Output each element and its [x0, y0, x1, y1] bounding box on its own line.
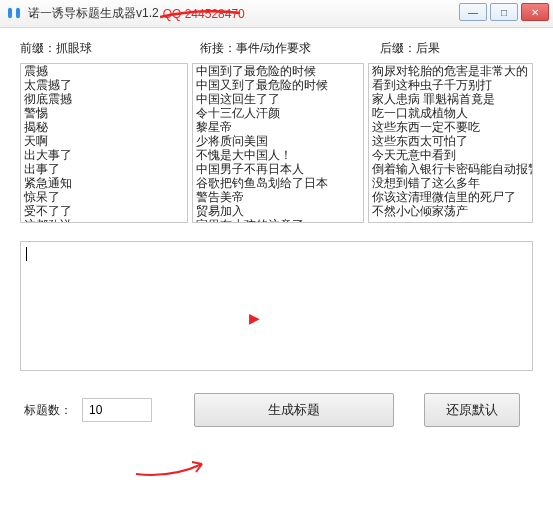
bottom-row: 标题数： 生成标题 还原默认	[20, 393, 533, 427]
list-item[interactable]: 这些东西一定不要吃	[369, 120, 532, 134]
list-item[interactable]: 彻底震撼	[21, 92, 187, 106]
list-item[interactable]: 看到这种虫子千万别打	[369, 78, 532, 92]
app-icon	[6, 6, 22, 22]
count-input[interactable]	[82, 398, 152, 422]
text-cursor	[26, 247, 27, 261]
label-prefix: 前缀：抓眼球	[20, 40, 200, 57]
list-item[interactable]: 家人患病 罪魁祸首竟是	[369, 92, 532, 106]
label-bridge: 衔接：事件/动作要求	[200, 40, 380, 57]
list-item[interactable]: 出事了	[21, 162, 187, 176]
list-item[interactable]: 出大事了	[21, 148, 187, 162]
label-suffix: 后缀：后果	[380, 40, 533, 57]
restore-button-label: 还原默认	[446, 401, 498, 419]
bridge-listbox[interactable]: 中国到了最危险的时候中国又到了最危险的时候中国这回生了了令十三亿人汗颜黎星帝少将…	[192, 63, 364, 223]
list-item[interactable]: 没想到错了这么多年	[369, 176, 532, 190]
list-item[interactable]: 令十三亿人汗颜	[193, 106, 363, 120]
list-item[interactable]: 太震撼了	[21, 78, 187, 92]
close-button[interactable]: ✕	[521, 3, 549, 21]
list-item[interactable]: 狗尿对轮胎的危害是非常大的	[369, 64, 532, 78]
list-item[interactable]: 不然小心倾家荡产	[369, 204, 532, 218]
list-item[interactable]: 不愧是大中国人！	[193, 148, 363, 162]
list-item[interactable]: 中国又到了最危险的时候	[193, 78, 363, 92]
content-area: 前缀：抓眼球 衔接：事件/动作要求 后缀：后果 震撼太震撼了彻底震撼警惕揭秘天啊…	[0, 28, 553, 435]
suffix-listbox[interactable]: 狗尿对轮胎的危害是非常大的看到这种虫子千万别打家人患病 罪魁祸首竟是吃一口就成植…	[368, 63, 533, 223]
generate-button[interactable]: 生成标题	[194, 393, 394, 427]
list-item[interactable]: 黎星帝	[193, 120, 363, 134]
list-item[interactable]: 倒着输入银行卡密码能自动报警	[369, 162, 532, 176]
list-item[interactable]: 中国这回生了了	[193, 92, 363, 106]
list-item[interactable]: 警告美帝	[193, 190, 363, 204]
window-controls: — □ ✕	[459, 3, 549, 21]
prefix-listbox[interactable]: 震撼太震撼了彻底震撼警惕揭秘天啊出大事了出事了紧急通知惊呆了受不了了这都敢说哪个…	[20, 63, 188, 223]
list-item[interactable]: 警惕	[21, 106, 187, 120]
list-item[interactable]: 贸易加入	[193, 204, 363, 218]
title-extra: QQ 244528470	[163, 7, 245, 21]
list-item[interactable]: 谷歌把钓鱼岛划给了日本	[193, 176, 363, 190]
column-labels: 前缀：抓眼球 衔接：事件/动作要求 后缀：后果	[20, 40, 533, 57]
minimize-icon: —	[468, 7, 478, 18]
output-area: ▶	[20, 241, 533, 371]
list-item[interactable]: 这都敢说	[21, 218, 187, 223]
maximize-icon: □	[501, 7, 507, 18]
titlebar: 诺一诱导标题生成器v1.2 QQ 244528470 — □ ✕	[0, 0, 553, 28]
generate-button-label: 生成标题	[268, 401, 320, 419]
list-item[interactable]: 受不了了	[21, 204, 187, 218]
list-item[interactable]: 你该这清理微信里的死尸了	[369, 190, 532, 204]
lists-row: 震撼太震撼了彻底震撼警惕揭秘天啊出大事了出事了紧急通知惊呆了受不了了这都敢说哪个…	[20, 63, 533, 223]
list-item[interactable]: 中国到了最危险的时候	[193, 64, 363, 78]
close-icon: ✕	[531, 7, 539, 18]
play-icon: ▶	[249, 310, 260, 326]
list-item[interactable]: 家里有小孩的注意了	[193, 218, 363, 223]
list-item[interactable]: 震撼	[21, 64, 187, 78]
list-item[interactable]: 吃一口就成植物人	[369, 106, 532, 120]
arrow-annotation	[134, 456, 214, 483]
minimize-button[interactable]: —	[459, 3, 487, 21]
list-item[interactable]: 少将质问美国	[193, 134, 363, 148]
list-item[interactable]: 天啊	[21, 134, 187, 148]
list-item[interactable]: 这些东西太可怕了	[369, 134, 532, 148]
list-item[interactable]: 揭秘	[21, 120, 187, 134]
list-item[interactable]: 中国男子不再日本人	[193, 162, 363, 176]
app-title: 诺一诱导标题生成器v1.2	[28, 5, 159, 22]
restore-button[interactable]: 还原默认	[424, 393, 520, 427]
output-textarea[interactable]: ▶	[20, 241, 533, 371]
count-label: 标题数：	[24, 402, 72, 419]
maximize-button[interactable]: □	[490, 3, 518, 21]
list-item[interactable]: 今天无意中看到	[369, 148, 532, 162]
list-item[interactable]: 惊呆了	[21, 190, 187, 204]
list-item[interactable]: 紧急通知	[21, 176, 187, 190]
